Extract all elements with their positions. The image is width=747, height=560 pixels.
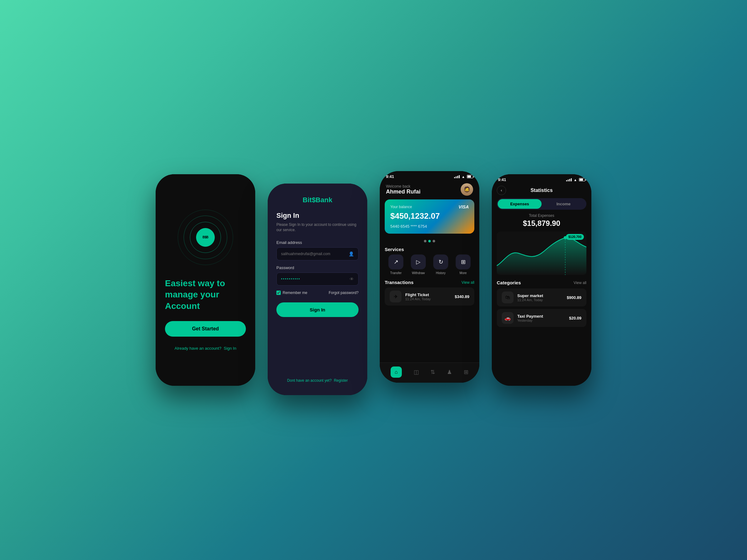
view-all-categories[interactable]: View all xyxy=(574,281,586,285)
stats-header: ‹ Statistics xyxy=(492,184,591,196)
password-input-wrap: 👁 xyxy=(276,272,359,286)
signal-icon xyxy=(454,175,460,178)
user-name: Ahmed Rufai xyxy=(386,189,420,195)
card-dots xyxy=(380,240,479,242)
dashboard-screen: 9:41 ▲ Welcome back xyxy=(380,171,479,383)
service-history[interactable]: ↻ History xyxy=(433,255,448,275)
service-withdraw[interactable]: ▷ Withdraw xyxy=(411,255,426,275)
card-type: VISA xyxy=(459,205,469,209)
profile-icon: ♟ xyxy=(447,369,452,375)
register-footer: Dont have an account yet? Register xyxy=(276,378,359,383)
signin-title: Sign In xyxy=(276,212,359,220)
chart-area-fill xyxy=(497,237,586,275)
stats-battery-icon xyxy=(579,178,585,181)
stats-tabs: Expenses Income xyxy=(497,198,586,210)
stats-status-bar: 9:41 ▲ xyxy=(492,174,591,184)
card-balance: $450,1232.07 xyxy=(390,211,469,221)
headline-accent: Account xyxy=(165,301,200,311)
flight-icon: ✈ xyxy=(390,291,402,302)
email-input[interactable] xyxy=(281,252,349,256)
supermarket-icon: 🛍 xyxy=(502,292,514,303)
total-label: Total Expenses xyxy=(492,213,591,218)
welcome-text: Welcome back xyxy=(386,184,420,189)
brand-name: Bit$Bank xyxy=(303,196,332,204)
password-label: Password xyxy=(276,265,359,270)
avatar: 🧔 xyxy=(461,183,473,196)
card-number: 5440 6545 **** 6754 xyxy=(390,224,469,229)
cat-taxi-time: Yesterday xyxy=(517,319,565,322)
brand-header: Bit$Bank xyxy=(276,196,359,204)
remember-me-wrap: Remember me xyxy=(276,291,307,295)
logo-circles: B$B xyxy=(177,209,233,265)
statistics-screen: 9:41 ▲ ‹ Statistics xyxy=(492,174,591,386)
signin-subtitle: Please Sign In to your account to contin… xyxy=(276,222,359,233)
splash-screen: B$B Easiest way to manage your Account G… xyxy=(156,174,255,386)
headline-line2: manage your xyxy=(165,290,219,299)
wifi-icon: ▲ xyxy=(462,175,465,179)
nav-profile[interactable]: ♟ xyxy=(447,369,452,375)
splash-headline: Easiest way to manage your Account xyxy=(165,278,246,312)
service-history-label: History xyxy=(436,271,445,275)
category-taxi: 🚗 Taxi Payment Yesterday $20.09 xyxy=(497,309,586,327)
get-started-button[interactable]: Get Started xyxy=(165,321,246,337)
nav-menu[interactable]: ⊞ xyxy=(464,369,468,375)
splash-signin-link[interactable]: Sign In xyxy=(224,346,236,351)
signin-button[interactable]: Sign In xyxy=(276,302,359,317)
categories-title: Categories xyxy=(497,280,521,285)
menu-icon: ⊞ xyxy=(464,369,468,375)
nav-transfer[interactable]: ⇅ xyxy=(431,369,435,375)
wallet-icon: ◫ xyxy=(414,369,419,375)
stats-wifi-icon: ▲ xyxy=(574,178,577,182)
category-supermarket: 🛍 Super market 11:24 Am, Today $900.89 xyxy=(497,288,586,306)
tab-expenses[interactable]: Expenses xyxy=(498,199,542,209)
nav-home[interactable]: ⌂ xyxy=(391,367,402,378)
password-input[interactable] xyxy=(281,277,350,281)
back-button[interactable]: ‹ xyxy=(497,186,506,195)
cat-supermarket-name: Super market xyxy=(517,293,563,298)
tab-income[interactable]: Income xyxy=(542,199,586,209)
eye-icon[interactable]: 👁 xyxy=(350,276,354,282)
cat-supermarket-amount: $900.89 xyxy=(567,295,582,300)
services-title: Services xyxy=(380,245,479,255)
tx-name: Flight Ticket xyxy=(405,292,451,297)
signin-screen: Bit$Bank Sign In Please Sign In to your … xyxy=(268,184,367,395)
transaction-item: ✈ Flight Ticket 11:24 Am, Today $340.89 xyxy=(385,288,474,305)
home-icon: ⌂ xyxy=(391,367,402,378)
user-icon: 👤 xyxy=(349,251,354,256)
status-time: 9:41 xyxy=(386,174,394,179)
cat-supermarket-time: 11:24 Am, Today xyxy=(517,298,563,302)
service-transfer-label: Transfer xyxy=(390,271,402,275)
tx-time: 11:24 Am, Today xyxy=(405,297,451,301)
bottom-nav: ⌂ ◫ ⇅ ♟ ⊞ xyxy=(380,363,479,383)
cat-taxi-name: Taxi Payment xyxy=(517,314,565,319)
services-row: ↗ Transfer ▷ Withdraw ↻ History ⊞ More xyxy=(380,255,479,278)
logo-text: B$B xyxy=(203,236,209,239)
dashboard-header: Welcome back Ahmed Rufai 🧔 xyxy=(380,181,479,199)
service-transfer[interactable]: ↗ Transfer xyxy=(388,255,403,275)
transactions-title: Transactions xyxy=(385,280,414,285)
history-icon: ↻ xyxy=(433,255,448,269)
service-more-label: More xyxy=(460,271,467,275)
battery-icon xyxy=(467,175,473,178)
status-bar: 9:41 ▲ xyxy=(380,171,479,181)
tx-amount: $340.89 xyxy=(455,294,469,299)
total-amount: $15,879.90 xyxy=(492,219,591,228)
service-more[interactable]: ⊞ More xyxy=(456,255,471,275)
service-withdraw-label: Withdraw xyxy=(412,271,425,275)
withdraw-icon: ▷ xyxy=(411,255,426,269)
remember-label: Remember me xyxy=(283,291,307,295)
nav-wallet[interactable]: ◫ xyxy=(414,369,419,375)
view-all-transactions[interactable]: View all xyxy=(462,280,474,285)
register-link[interactable]: Register xyxy=(334,378,348,383)
expenses-chart: $120,700 xyxy=(497,232,586,275)
card-label: Your balance xyxy=(390,205,412,209)
transactions-header: Transactions View all xyxy=(380,278,479,288)
remember-checkbox[interactable] xyxy=(276,291,281,295)
email-label: Email address xyxy=(276,240,359,245)
forgot-password-link[interactable]: Forgot password? xyxy=(329,291,359,295)
stats-status-time: 9:41 xyxy=(498,177,506,182)
transfer-icon: ↗ xyxy=(388,255,403,269)
more-icon: ⊞ xyxy=(456,255,471,269)
email-input-wrap: 👤 xyxy=(276,247,359,260)
stats-signal-icon xyxy=(566,178,572,181)
